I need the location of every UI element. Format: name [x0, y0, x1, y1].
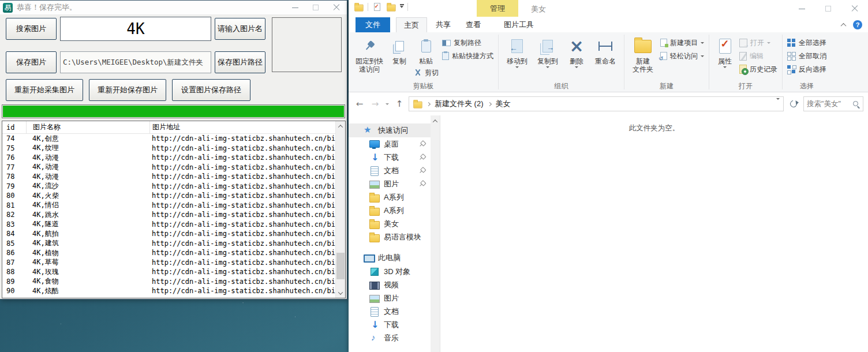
- sidebar-item[interactable]: 图片: [349, 177, 431, 190]
- table-row[interactable]: 814K,情侣http://cdn-ali-img-staticbz.shanh…: [2, 201, 335, 211]
- close-button[interactable]: [326, 1, 347, 14]
- restart-save-button[interactable]: 重新开始保存图片: [89, 79, 166, 101]
- paste-button[interactable]: 粘贴: [416, 35, 436, 65]
- breadcrumb-folder-1[interactable]: 新建文件夹 (2): [435, 99, 484, 109]
- chevron-up-icon: [338, 125, 343, 129]
- collapse-ribbon-icon[interactable]: [841, 23, 847, 28]
- keyword-input[interactable]: [60, 17, 211, 41]
- sidebar-item[interactable]: 文档: [349, 305, 431, 318]
- save-image-path-button[interactable]: 保存图片路径: [215, 51, 265, 73]
- move-to-button[interactable]: 移动到: [504, 35, 530, 68]
- sidebar-item[interactable]: 桌面: [349, 137, 431, 151]
- copy-to-button[interactable]: 复制到: [535, 35, 560, 68]
- sidebar-item[interactable]: 视频: [349, 278, 431, 291]
- easy-access-button[interactable]: 轻松访问: [660, 50, 704, 62]
- new-item-button[interactable]: 新建项目: [660, 37, 704, 48]
- cell-id: 85: [2, 239, 26, 248]
- paste-shortcut-button[interactable]: 粘贴快捷方式: [442, 50, 493, 62]
- sidebar-item[interactable]: 图片: [349, 291, 431, 305]
- tab-file[interactable]: 文件: [356, 17, 390, 32]
- search-images-button[interactable]: 搜索图片: [6, 18, 57, 40]
- maximize-button[interactable]: [305, 1, 326, 14]
- table-row[interactable]: 774K,动漫http://cdn-ali-img-staticbz.shanh…: [2, 163, 335, 173]
- table-row[interactable]: 764K,动漫http://cdn-ali-img-staticbz.shanh…: [2, 153, 335, 163]
- minimize-button[interactable]: [285, 1, 305, 14]
- sidebar-item[interactable]: 下载: [349, 151, 431, 164]
- edit-button[interactable]: 编辑: [739, 50, 764, 62]
- cut-button[interactable]: 剪切: [413, 67, 439, 78]
- customize-toolbar-caret-icon[interactable]: [400, 6, 403, 8]
- sidebar-item[interactable]: 美女: [349, 217, 431, 230]
- close-button[interactable]: [841, 0, 868, 17]
- table-row[interactable]: 784K,动漫http://cdn-ali-img-staticbz.shanh…: [2, 172, 335, 182]
- open-button[interactable]: 打开: [739, 37, 770, 48]
- maximize-button[interactable]: [815, 0, 841, 17]
- address-bar[interactable]: 新建文件夹 (2) 美女: [409, 96, 784, 111]
- minimize-button[interactable]: [788, 0, 815, 17]
- delete-button[interactable]: × 删除: [566, 35, 588, 68]
- sidebar-item-label: 易语言模块: [384, 232, 421, 242]
- table-row[interactable]: 744K,创意http://cdn-ali-img-staticbz.shanh…: [2, 134, 335, 144]
- folder-content-area[interactable]: 此文件夹为空。: [440, 115, 868, 352]
- sidebar-group-header[interactable]: 快速访问: [349, 123, 431, 137]
- history-button[interactable]: 历史记录: [739, 63, 777, 75]
- table-row[interactable]: 854K,建筑http://cdn-ali-img-staticbz.shanh…: [2, 239, 335, 249]
- select-none-button[interactable]: 全部取消: [787, 50, 826, 62]
- table-row[interactable]: 754K,纹理http://cdn-ali-img-staticbz.shanh…: [2, 144, 335, 153]
- sidebar-item[interactable]: A系列: [349, 190, 431, 204]
- select-all-button[interactable]: 全部选择: [787, 37, 826, 48]
- nav-scrollbar[interactable]: [431, 115, 440, 352]
- table-row[interactable]: 844K,航拍http://cdn-ali-img-staticbz.shanh…: [2, 229, 335, 239]
- forward-button[interactable]: →: [369, 99, 381, 109]
- tab-picture-tools[interactable]: 图片工具: [496, 17, 541, 32]
- scroll-down-button[interactable]: [336, 288, 345, 298]
- save-images-button[interactable]: 保存图片: [6, 51, 57, 73]
- tab-share[interactable]: 共享: [428, 17, 458, 32]
- table-row[interactable]: 874K,草莓http://cdn-ali-img-staticbz.shanh…: [2, 258, 335, 268]
- copy-button[interactable]: 复制: [389, 35, 410, 65]
- table-row[interactable]: 804K,火柴http://cdn-ali-img-staticbz.shanh…: [2, 191, 335, 201]
- copy-path-button[interactable]: 复制路径: [442, 37, 481, 48]
- table-row[interactable]: 794K,流沙http://cdn-ali-img-staticbz.shanh…: [2, 182, 335, 192]
- properties-check-icon[interactable]: [373, 3, 381, 11]
- restart-collect-button[interactable]: 重新开始采集图片: [6, 79, 83, 101]
- properties-button[interactable]: 属性: [714, 35, 736, 68]
- table-row[interactable]: 884K,玫瑰http://cdn-ali-img-staticbz.shanh…: [2, 267, 335, 277]
- save-path-input[interactable]: [60, 51, 211, 73]
- table-row[interactable]: 824K,跳水http://cdn-ali-img-staticbz.shanh…: [2, 210, 335, 220]
- refresh-button[interactable]: [787, 96, 800, 111]
- new-folder-button[interactable]: 新建 文件夹: [629, 35, 657, 73]
- sidebar-item[interactable]: 易语言模块: [349, 230, 431, 244]
- sidebar-item[interactable]: 文档: [349, 164, 431, 177]
- breadcrumb-folder-2[interactable]: 美女: [496, 99, 511, 109]
- table-row[interactable]: 834K,隧道http://cdn-ali-img-staticbz.shanh…: [2, 220, 335, 230]
- scroll-up-button[interactable]: [336, 121, 345, 131]
- sidebar-item[interactable]: 音乐: [349, 331, 431, 344]
- recent-locations-button[interactable]: [384, 103, 390, 105]
- scrollbar-thumb[interactable]: [336, 253, 345, 279]
- folder-icon[interactable]: [354, 3, 362, 11]
- table-scrollbar[interactable]: [335, 121, 345, 298]
- table-row[interactable]: 864K,植物http://cdn-ali-img-staticbz.shanh…: [2, 248, 335, 258]
- sidebar-item[interactable]: A系列: [349, 204, 431, 217]
- enter-image-name-button[interactable]: 请输入图片名: [215, 18, 265, 40]
- table-row[interactable]: 894K,食物http://cdn-ali-img-staticbz.shanh…: [2, 277, 335, 287]
- sidebar-group-header[interactable]: 此电脑: [349, 251, 431, 265]
- search-box[interactable]: 搜索"美女": [803, 96, 863, 111]
- set-save-path-button[interactable]: 设置图片保存路径: [172, 79, 250, 101]
- address-history-button[interactable]: [776, 100, 780, 108]
- back-button[interactable]: ←: [353, 99, 366, 109]
- cell-id: 81: [2, 201, 26, 209]
- scroll-up-button[interactable]: [431, 117, 440, 126]
- tab-view[interactable]: 查看: [458, 17, 488, 32]
- help-icon[interactable]: ?: [853, 20, 862, 29]
- rename-button[interactable]: 重命名: [593, 35, 618, 65]
- invert-selection-button[interactable]: 反向选择: [787, 63, 826, 75]
- folder-icon[interactable]: [387, 3, 395, 11]
- up-button[interactable]: ↑: [393, 99, 406, 109]
- pin-to-quick-access-button[interactable]: 固定到快 速访问: [353, 35, 386, 73]
- sidebar-item[interactable]: 3D 对象: [349, 265, 431, 278]
- tab-home[interactable]: 主页: [396, 17, 427, 32]
- sidebar-item[interactable]: 下载: [349, 318, 431, 331]
- table-row[interactable]: 904K,炫酷http://cdn-ali-img-staticbz.shanh…: [2, 286, 335, 296]
